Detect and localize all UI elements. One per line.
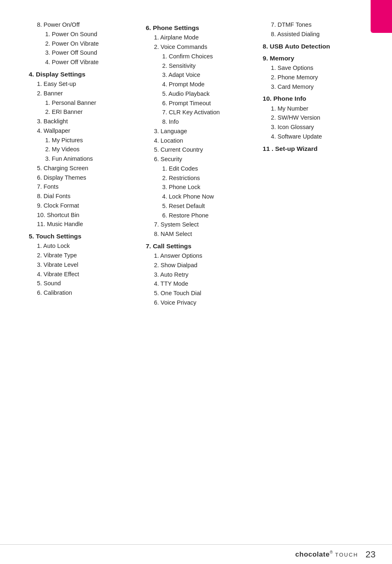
menu-item: 11 . Set-up Wizard bbox=[263, 144, 371, 153]
menu-item: 1. Airplane Mode bbox=[146, 33, 255, 42]
menu-item: 5. Audio Playback bbox=[146, 90, 255, 99]
menu-item: 4. Vibrate Effect bbox=[29, 270, 138, 279]
menu-item: 1. My Pictures bbox=[29, 136, 138, 145]
menu-item: 2. Show Dialpad bbox=[146, 261, 255, 270]
menu-item: 1. Auto Lock bbox=[29, 242, 138, 251]
menu-item: 2. Power On Vibrate bbox=[29, 39, 138, 49]
menu-item: 9. Clock Format bbox=[29, 201, 138, 210]
menu-item: 3. Backlight bbox=[29, 117, 138, 126]
menu-item: 8. NAM Select bbox=[146, 230, 255, 239]
menu-item: 1. My Number bbox=[263, 104, 371, 113]
menu-item: 4. Display Settings bbox=[29, 69, 138, 79]
menu-item: 4. Software Update bbox=[263, 132, 371, 141]
brand-logo: chocolate® TOUCH bbox=[295, 550, 358, 559]
menu-item: 7. CLR Key Activation bbox=[146, 108, 255, 117]
menu-item: 6. Security bbox=[146, 155, 255, 164]
brand-name: chocolate bbox=[295, 550, 330, 558]
menu-item: 5. Reset Default bbox=[146, 202, 255, 211]
menu-item: 3. Fun Animations bbox=[29, 155, 138, 164]
menu-item: 1. Easy Set-up bbox=[29, 80, 138, 89]
menu-item: 1. Edit Codes bbox=[146, 164, 255, 173]
menu-item: 1. Personal Banner bbox=[29, 99, 138, 108]
menu-item: 4. Lock Phone Now bbox=[146, 192, 255, 201]
menu-item: 5. Charging Screen bbox=[29, 164, 138, 173]
menu-item: 8. Power On/Off bbox=[29, 21, 138, 30]
menu-item: 3. Auto Retry bbox=[146, 270, 255, 280]
menu-item: 8. USB Auto Detection bbox=[263, 42, 371, 51]
menu-item: 7. DTMF Tones bbox=[263, 21, 371, 30]
menu-item: 4. Wallpaper bbox=[29, 127, 138, 136]
menu-item: 2. SW/HW Version bbox=[263, 113, 371, 123]
brand-subtitle: TOUCH bbox=[335, 552, 358, 558]
menu-item: 7. Call Settings bbox=[146, 241, 255, 251]
menu-item: 2. ERI Banner bbox=[29, 108, 138, 117]
menu-item: 1. Answer Options bbox=[146, 252, 255, 261]
menu-item: 6. Restore Phone bbox=[146, 211, 255, 220]
menu-item: 4. Location bbox=[146, 136, 255, 146]
menu-item: 2. Vibrate Type bbox=[29, 251, 138, 260]
menu-item: 8. Assisted Dialing bbox=[263, 30, 371, 39]
menu-item: 6. Display Themes bbox=[29, 173, 138, 183]
menu-item: 2. Voice Commands bbox=[146, 43, 255, 52]
menu-item: 8. Info bbox=[146, 118, 255, 127]
menu-item: 5. Touch Settings bbox=[29, 231, 138, 241]
menu-item: 3. Card Memory bbox=[263, 83, 371, 92]
menu-item: 10. Shortcut Bin bbox=[29, 211, 138, 220]
menu-item: 2. Banner bbox=[29, 89, 138, 98]
menu-item: 2. Restrictions bbox=[146, 174, 255, 183]
menu-item: 5. Sound bbox=[29, 279, 138, 288]
menu-item: 4. Prompt Mode bbox=[146, 80, 255, 89]
column-1: 8. Power On/Off1. Power On Sound2. Power… bbox=[16, 21, 142, 308]
menu-item: 2. Sensitivity bbox=[146, 62, 255, 71]
menu-item: 11. Music Handle bbox=[29, 220, 138, 229]
page-content: 8. Power On/Off1. Power On Sound2. Power… bbox=[0, 0, 392, 333]
pink-tab-decoration bbox=[371, 0, 392, 33]
menu-item: 6. Voice Privacy bbox=[146, 298, 255, 307]
column-3: 7. DTMF Tones8. Assisted Dialing8. USB A… bbox=[258, 21, 376, 308]
menu-item: 1. Save Options bbox=[263, 64, 371, 73]
menu-item: 9. Memory bbox=[263, 53, 371, 63]
menu-item: 6. Phone Settings bbox=[146, 23, 255, 32]
menu-item: 7. System Select bbox=[146, 220, 255, 229]
menu-item: 8. Dial Fonts bbox=[29, 192, 138, 201]
footer: chocolate® TOUCH 23 bbox=[0, 544, 392, 564]
menu-item: 5. One Touch Dial bbox=[146, 289, 255, 298]
menu-item: 6. Calibration bbox=[29, 289, 138, 298]
menu-item: 2. Phone Memory bbox=[263, 73, 371, 82]
menu-item: 2. My Videos bbox=[29, 145, 138, 154]
column-2: 6. Phone Settings1. Airplane Mode2. Voic… bbox=[142, 21, 259, 308]
menu-item: 7. Fonts bbox=[29, 183, 138, 192]
menu-item: 4. TTY Mode bbox=[146, 280, 255, 289]
menu-item: 10. Phone Info bbox=[263, 94, 371, 103]
menu-item: 3. Adapt Voice bbox=[146, 71, 255, 80]
menu-item: 3. Vibrate Level bbox=[29, 261, 138, 270]
menu-item: 3. Power Off Sound bbox=[29, 49, 138, 58]
menu-item: 4. Power Off Vibrate bbox=[29, 58, 138, 67]
menu-item: 3. Icon Glossary bbox=[263, 123, 371, 132]
brand-registered: ® bbox=[330, 550, 333, 555]
menu-item: 1. Power On Sound bbox=[29, 30, 138, 39]
menu-item: 5. Current Country bbox=[146, 146, 255, 155]
menu-item: 6. Prompt Timeout bbox=[146, 99, 255, 108]
menu-item: 3. Language bbox=[146, 127, 255, 136]
page-number: 23 bbox=[366, 549, 376, 560]
menu-item: 3. Phone Lock bbox=[146, 183, 255, 192]
menu-item: 1. Confirm Choices bbox=[146, 52, 255, 61]
